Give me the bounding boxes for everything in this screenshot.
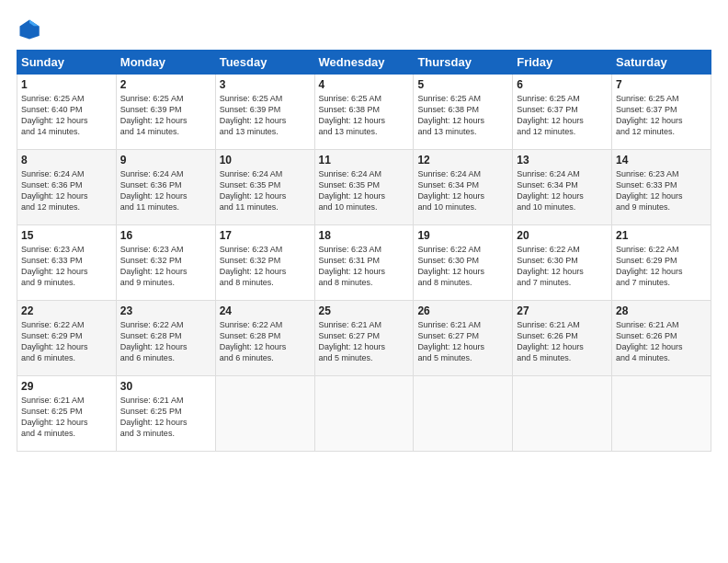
week-row-5: 29 Sunrise: 6:21 AMSunset: 6:25 PMDaylig… — [17, 376, 711, 452]
day-cell: 23 Sunrise: 6:22 AMSunset: 6:28 PMDaylig… — [116, 301, 215, 376]
day-info: Sunrise: 6:25 AMSunset: 6:39 PMDaylight:… — [220, 93, 311, 138]
day-cell: 6 Sunrise: 6:25 AMSunset: 6:37 PMDayligh… — [513, 75, 612, 150]
day-cell: 12 Sunrise: 6:24 AMSunset: 6:34 PMDaylig… — [414, 150, 513, 225]
week-row-2: 8 Sunrise: 6:24 AMSunset: 6:36 PMDayligh… — [17, 150, 711, 225]
header — [17, 17, 711, 42]
weekday-header-row: SundayMondayTuesdayWednesdayThursdayFrid… — [17, 51, 711, 75]
day-cell: 29 Sunrise: 6:21 AMSunset: 6:25 PMDaylig… — [17, 376, 117, 452]
page: SundayMondayTuesdayWednesdayThursdayFrid… — [0, 0, 728, 563]
day-cell: 15 Sunrise: 6:23 AMSunset: 6:33 PMDaylig… — [17, 225, 117, 301]
day-info: Sunrise: 6:21 AMSunset: 6:25 PMDaylight:… — [21, 395, 112, 440]
day-number: 25 — [319, 304, 410, 317]
day-info: Sunrise: 6:23 AMSunset: 6:32 PMDaylight:… — [220, 244, 311, 289]
day-cell: 21 Sunrise: 6:22 AMSunset: 6:29 PMDaylig… — [612, 225, 711, 301]
day-info: Sunrise: 6:21 AMSunset: 6:25 PMDaylight:… — [120, 395, 211, 440]
day-cell: 14 Sunrise: 6:23 AMSunset: 6:33 PMDaylig… — [612, 150, 711, 225]
day-number: 12 — [417, 154, 508, 167]
day-info: Sunrise: 6:24 AMSunset: 6:35 PMDaylight:… — [220, 168, 311, 213]
day-info: Sunrise: 6:22 AMSunset: 6:28 PMDaylight:… — [120, 319, 211, 364]
day-cell — [215, 376, 314, 452]
weekday-header-tuesday: Tuesday — [215, 51, 314, 75]
weekday-header-monday: Monday — [116, 51, 215, 75]
day-cell: 17 Sunrise: 6:23 AMSunset: 6:32 PMDaylig… — [215, 225, 314, 301]
day-cell: 2 Sunrise: 6:25 AMSunset: 6:39 PMDayligh… — [116, 75, 215, 150]
week-row-4: 22 Sunrise: 6:22 AMSunset: 6:29 PMDaylig… — [17, 301, 711, 376]
week-row-3: 15 Sunrise: 6:23 AMSunset: 6:33 PMDaylig… — [17, 225, 711, 301]
day-number: 8 — [21, 154, 112, 167]
day-cell — [513, 376, 612, 452]
day-cell: 27 Sunrise: 6:21 AMSunset: 6:26 PMDaylig… — [513, 301, 612, 376]
day-cell — [314, 376, 414, 452]
day-number: 28 — [616, 304, 707, 317]
day-info: Sunrise: 6:23 AMSunset: 6:32 PMDaylight:… — [120, 244, 211, 289]
day-cell: 28 Sunrise: 6:21 AMSunset: 6:26 PMDaylig… — [612, 301, 711, 376]
day-cell: 1 Sunrise: 6:25 AMSunset: 6:40 PMDayligh… — [17, 75, 117, 150]
day-number: 17 — [220, 229, 311, 242]
day-number: 24 — [220, 304, 311, 317]
day-cell: 30 Sunrise: 6:21 AMSunset: 6:25 PMDaylig… — [116, 376, 215, 452]
day-cell: 9 Sunrise: 6:24 AMSunset: 6:36 PMDayligh… — [116, 150, 215, 225]
day-info: Sunrise: 6:25 AMSunset: 6:39 PMDaylight:… — [120, 93, 211, 138]
day-info: Sunrise: 6:22 AMSunset: 6:28 PMDaylight:… — [220, 319, 311, 364]
logo — [17, 17, 46, 42]
day-cell: 10 Sunrise: 6:24 AMSunset: 6:35 PMDaylig… — [215, 150, 314, 225]
day-cell: 19 Sunrise: 6:22 AMSunset: 6:30 PMDaylig… — [414, 225, 513, 301]
day-cell: 24 Sunrise: 6:22 AMSunset: 6:28 PMDaylig… — [215, 301, 314, 376]
day-info: Sunrise: 6:24 AMSunset: 6:34 PMDaylight:… — [517, 168, 608, 213]
day-number: 19 — [417, 229, 508, 242]
day-number: 27 — [517, 304, 608, 317]
day-info: Sunrise: 6:21 AMSunset: 6:26 PMDaylight:… — [517, 319, 608, 364]
day-number: 20 — [517, 229, 608, 242]
day-cell — [612, 376, 711, 452]
calendar-table: SundayMondayTuesdayWednesdayThursdayFrid… — [17, 50, 711, 452]
day-info: Sunrise: 6:22 AMSunset: 6:29 PMDaylight:… — [616, 244, 707, 289]
day-number: 7 — [616, 78, 707, 91]
weekday-header-saturday: Saturday — [612, 51, 711, 75]
day-info: Sunrise: 6:21 AMSunset: 6:27 PMDaylight:… — [319, 319, 410, 364]
day-number: 6 — [517, 78, 608, 91]
day-info: Sunrise: 6:22 AMSunset: 6:30 PMDaylight:… — [417, 244, 508, 289]
day-number: 9 — [120, 154, 211, 167]
weekday-header-wednesday: Wednesday — [314, 51, 414, 75]
day-info: Sunrise: 6:24 AMSunset: 6:35 PMDaylight:… — [319, 168, 410, 213]
day-info: Sunrise: 6:25 AMSunset: 6:37 PMDaylight:… — [616, 93, 707, 138]
day-number: 16 — [120, 229, 211, 242]
day-info: Sunrise: 6:23 AMSunset: 6:33 PMDaylight:… — [616, 168, 707, 213]
day-number: 10 — [220, 154, 311, 167]
day-cell: 18 Sunrise: 6:23 AMSunset: 6:31 PMDaylig… — [314, 225, 414, 301]
day-number: 23 — [120, 304, 211, 317]
day-cell: 7 Sunrise: 6:25 AMSunset: 6:37 PMDayligh… — [612, 75, 711, 150]
day-info: Sunrise: 6:21 AMSunset: 6:26 PMDaylight:… — [616, 319, 707, 364]
day-cell: 11 Sunrise: 6:24 AMSunset: 6:35 PMDaylig… — [314, 150, 414, 225]
day-number: 30 — [120, 380, 211, 393]
day-number: 13 — [517, 154, 608, 167]
day-info: Sunrise: 6:25 AMSunset: 6:38 PMDaylight:… — [417, 93, 508, 138]
day-number: 21 — [616, 229, 707, 242]
day-number: 26 — [417, 304, 508, 317]
day-info: Sunrise: 6:24 AMSunset: 6:34 PMDaylight:… — [417, 168, 508, 213]
day-number: 18 — [319, 229, 410, 242]
day-info: Sunrise: 6:25 AMSunset: 6:38 PMDaylight:… — [319, 93, 410, 138]
day-number: 5 — [417, 78, 508, 91]
day-cell: 22 Sunrise: 6:22 AMSunset: 6:29 PMDaylig… — [17, 301, 117, 376]
day-cell: 20 Sunrise: 6:22 AMSunset: 6:30 PMDaylig… — [513, 225, 612, 301]
day-cell: 26 Sunrise: 6:21 AMSunset: 6:27 PMDaylig… — [414, 301, 513, 376]
day-cell: 13 Sunrise: 6:24 AMSunset: 6:34 PMDaylig… — [513, 150, 612, 225]
day-cell: 8 Sunrise: 6:24 AMSunset: 6:36 PMDayligh… — [17, 150, 117, 225]
day-number: 3 — [220, 78, 311, 91]
day-info: Sunrise: 6:23 AMSunset: 6:31 PMDaylight:… — [319, 244, 410, 289]
day-number: 14 — [616, 154, 707, 167]
logo-icon — [17, 17, 42, 42]
day-cell: 3 Sunrise: 6:25 AMSunset: 6:39 PMDayligh… — [215, 75, 314, 150]
day-number: 1 — [21, 78, 112, 91]
day-number: 2 — [120, 78, 211, 91]
day-cell: 16 Sunrise: 6:23 AMSunset: 6:32 PMDaylig… — [116, 225, 215, 301]
day-number: 29 — [21, 380, 112, 393]
weekday-header-friday: Friday — [513, 51, 612, 75]
day-number: 4 — [319, 78, 410, 91]
day-info: Sunrise: 6:25 AMSunset: 6:37 PMDaylight:… — [517, 93, 608, 138]
day-info: Sunrise: 6:22 AMSunset: 6:30 PMDaylight:… — [517, 244, 608, 289]
day-number: 15 — [21, 229, 112, 242]
weekday-header-sunday: Sunday — [17, 51, 117, 75]
day-info: Sunrise: 6:25 AMSunset: 6:40 PMDaylight:… — [21, 93, 112, 138]
